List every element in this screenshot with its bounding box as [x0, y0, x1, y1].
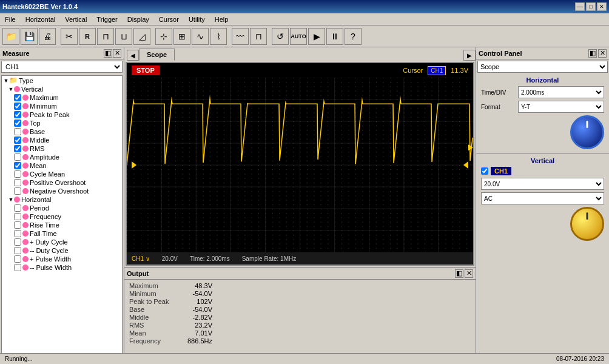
tb-print[interactable]: 🖨 — [39, 28, 56, 45]
menu-cursor[interactable]: Cursor — [154, 15, 184, 24]
tb-scope[interactable]: ⌇ — [210, 28, 227, 45]
menu-horizontal[interactable]: Horizontal — [21, 15, 61, 24]
cp-close-button[interactable]: ✕ — [598, 49, 607, 58]
menu-file[interactable]: File — [0, 15, 21, 24]
cb-mean[interactable] — [14, 162, 21, 169]
window-controls: — □ ✕ — [575, 2, 607, 11]
tb-ramp[interactable]: ◿ — [133, 28, 150, 45]
tb-invert[interactable]: ⊔ — [115, 28, 132, 45]
tab-next[interactable]: ▶ — [463, 50, 476, 61]
maximize-button[interactable]: □ — [586, 2, 596, 11]
tree-item-neg-duty: -- Duty Cycle — [2, 246, 122, 255]
tb-help[interactable]: ? — [345, 28, 362, 45]
waveform-canvas[interactable] — [127, 78, 473, 252]
tree-item-maximum: Maximum — [2, 93, 122, 102]
tb-run[interactable]: ▶ — [308, 28, 325, 45]
menu-help[interactable]: Help — [210, 15, 234, 24]
vertical-knob[interactable] — [570, 207, 604, 241]
expand-arrow-vertical[interactable]: ▼ — [8, 86, 14, 92]
cb-period[interactable] — [14, 204, 21, 212]
cb-peak-to-peak[interactable] — [14, 111, 21, 118]
minimize-button[interactable]: — — [575, 2, 585, 11]
tb-pause[interactable]: ⏸ — [326, 28, 343, 45]
cb-minimum[interactable] — [14, 103, 21, 110]
expand-arrow-type[interactable]: ▼ — [3, 78, 9, 84]
tree-item-base: Base — [2, 127, 122, 136]
cb-amplitude[interactable] — [14, 153, 21, 161]
cb-base[interactable] — [14, 128, 21, 135]
cb-rise-time[interactable] — [14, 221, 21, 229]
close-button[interactable]: ✕ — [597, 2, 607, 11]
cb-pos-pulse[interactable] — [14, 255, 21, 263]
tab-prev[interactable]: ◀ — [127, 50, 139, 61]
measure-tree: ▼ 📁 Type ▼ Vertical Maximum Minimum — [1, 75, 123, 363]
tb-ref[interactable]: R — [79, 28, 96, 45]
cb-pos-duty[interactable] — [14, 238, 21, 246]
tab-scope-label: Scope — [147, 51, 167, 58]
frequency-icon — [22, 214, 29, 220]
cb-neg-duty[interactable] — [14, 247, 21, 254]
horizontal-knob[interactable] — [570, 115, 604, 149]
tb-sine[interactable]: 〰 — [232, 28, 249, 45]
ch1-enable-checkbox[interactable] — [481, 167, 488, 175]
stop-button[interactable]: STOP — [132, 66, 160, 75]
ch1-dropdown[interactable]: CH1 — [1, 61, 123, 73]
max-label: Maximum — [30, 94, 59, 101]
output-content: Maximum 48.3V Minimum -54.0V Peak to Pea… — [124, 280, 476, 364]
voltage-div-select[interactable]: 20.0V — [481, 178, 604, 190]
menu-display[interactable]: Display — [123, 15, 154, 24]
scope-header: STOP Cursor CH1 11.3V — [127, 63, 473, 78]
coupling-select[interactable]: AC — [481, 192, 604, 204]
menu-utility[interactable]: Utility — [184, 15, 210, 24]
datetime-status: 08-07-2016 20:23 — [556, 356, 604, 362]
measure-float-button[interactable]: ◧ — [104, 49, 112, 58]
output-value-maximum: 48.3V — [195, 282, 212, 289]
tb-square[interactable]: ⊓ — [250, 28, 267, 45]
horizontal-icon — [14, 197, 20, 203]
tb-cut[interactable]: ✂ — [61, 28, 78, 45]
cb-rms[interactable] — [14, 145, 21, 152]
tree-item-top: Top — [2, 119, 122, 127]
cp-scope-dropdown[interactable]: Scope — [477, 61, 608, 73]
expand-arrow-horizontal[interactable]: ▼ — [8, 197, 14, 203]
tb-open[interactable]: 📁 — [2, 28, 19, 45]
tree-item-pos-duty: + Duty Cycle — [2, 238, 122, 246]
time-div-select[interactable]: 2.000ms — [518, 86, 604, 98]
vertical-section-title: Vertical — [481, 157, 604, 164]
ch1-checkbox-label: CH1 — [491, 167, 511, 175]
cb-frequency[interactable] — [14, 213, 21, 220]
coupling-row: AC — [481, 192, 604, 204]
menu-trigger[interactable]: Trigger — [92, 15, 122, 24]
tb-fft[interactable]: ∿ — [192, 28, 209, 45]
output-close-button[interactable]: ✕ — [465, 269, 473, 278]
tree-item-negative-overshoot: Negative Overshoot — [2, 187, 122, 195]
cb-cycle-mean[interactable] — [14, 170, 21, 178]
cb-top[interactable] — [14, 120, 21, 127]
tb-auto[interactable]: AUTO — [290, 28, 307, 45]
cb-fall-time[interactable] — [14, 230, 21, 237]
toolbar: 📁 💾 🖨 ✂ R ⊓ ⊔ ◿ ⊹ ⊞ ∿ ⌇ 〰 ⊓ ↺ AUTO ▶ ⏸ ? — [0, 25, 609, 47]
tb-measure[interactable]: ⊞ — [173, 28, 190, 45]
time-div-label: Time/DIV — [481, 89, 514, 96]
format-select[interactable]: Y-T — [518, 101, 604, 113]
tb-loop[interactable]: ↺ — [272, 28, 289, 45]
cb-neg-pulse[interactable] — [14, 264, 21, 271]
cp-float-button[interactable]: ◧ — [588, 49, 597, 58]
menu-vertical[interactable]: Vertical — [60, 15, 92, 24]
output-label-frequency: Frequency — [129, 337, 178, 345]
ch1-checkbox-row: CH1 — [481, 167, 604, 175]
tb-cursor[interactable]: ⊹ — [155, 28, 172, 45]
output-row-middle: Middle -2.82V — [129, 314, 212, 321]
output-float-button[interactable]: ◧ — [455, 269, 463, 278]
tab-scope[interactable]: Scope — [139, 49, 175, 61]
cb-middle[interactable] — [14, 136, 21, 144]
tree-item-rise-time: Rise Time — [2, 221, 122, 229]
top-icon — [22, 120, 29, 126]
cb-neg-overshoot[interactable] — [14, 187, 21, 195]
measure-close-button[interactable]: ✕ — [113, 49, 121, 58]
tb-save[interactable]: 💾 — [21, 28, 38, 45]
tb-normal[interactable]: ⊓ — [97, 28, 114, 45]
cb-maximum[interactable] — [14, 94, 21, 101]
cb-pos-overshoot[interactable] — [14, 179, 21, 186]
tree-item-minimum: Minimum — [2, 102, 122, 110]
